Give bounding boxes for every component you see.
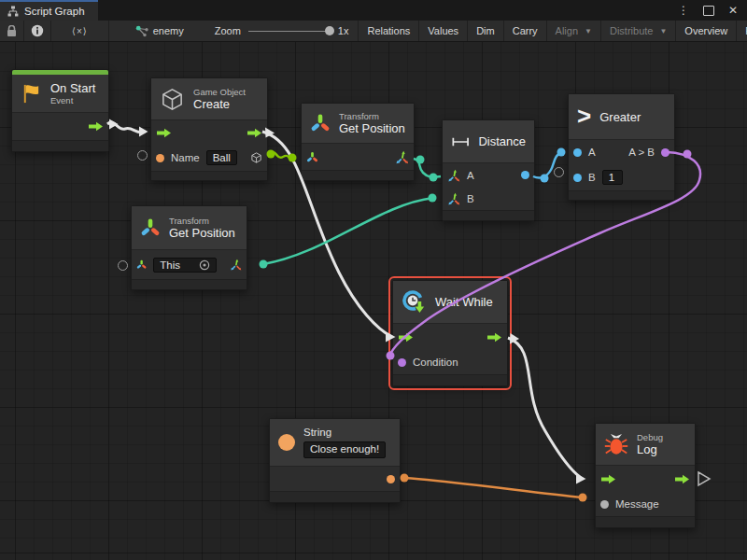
vector3-output-port[interactable] — [395, 150, 409, 164]
graph-toolbar: ⟨×⟩ enemy Zoom 1x Relations Values Dim C… — [0, 21, 747, 42]
window-menu-icon[interactable]: ⋮ — [678, 4, 689, 17]
zoom-control: Zoom 1x — [205, 21, 359, 41]
node-title: On Start — [50, 81, 95, 96]
distance-icon — [451, 134, 470, 149]
flow-output-port[interactable] — [486, 332, 502, 343]
edit-code-button[interactable]: ⟨×⟩ — [51, 21, 109, 41]
flow-output-port[interactable] — [247, 128, 262, 138]
align-dropdown[interactable]: Align▼ — [547, 21, 601, 41]
overview-button[interactable]: Overview — [676, 21, 737, 41]
node-title: Get Position — [169, 226, 235, 241]
transform-input-port[interactable] — [136, 259, 147, 271]
node-get-position-b[interactable]: Transform Get Position This — [131, 205, 247, 290]
flow-output-port[interactable] — [88, 121, 104, 132]
distance-output-port[interactable] — [521, 171, 529, 179]
node-debug-log[interactable]: Debug Log Message — [595, 423, 696, 528]
node-title: Log — [637, 442, 663, 457]
port-label: Name — [171, 152, 200, 163]
vector3-output-port[interactable] — [230, 258, 242, 272]
node-title: String — [303, 427, 386, 440]
b-value-field[interactable]: 1 — [602, 170, 623, 185]
zoom-label: Zoom — [215, 25, 241, 36]
name-input-port[interactable] — [156, 154, 164, 162]
node-wait-while[interactable]: Wait While Condition — [392, 280, 508, 386]
node-title: Greater — [599, 110, 641, 124]
distribute-dropdown[interactable]: Distribute▼ — [601, 21, 676, 41]
carry-button[interactable]: Carry — [504, 21, 547, 41]
vector3-input-port-a[interactable] — [447, 169, 460, 182]
chevron-down-icon: ▼ — [659, 27, 667, 35]
code-icon: ⟨×⟩ — [72, 26, 88, 36]
node-subtitle: Game Object — [193, 87, 246, 97]
game-object-output-port[interactable] — [250, 150, 262, 165]
transform-icon — [140, 217, 161, 238]
greater-icon: > — [577, 104, 591, 128]
tab-bar: Script Graph ⋮ ✕ — [0, 0, 747, 21]
port-label-a: A — [467, 170, 474, 181]
string-output-port[interactable] — [387, 475, 395, 483]
object-picker-icon[interactable] — [199, 259, 210, 271]
tab-script-graph[interactable]: Script Graph — [0, 0, 98, 21]
debug-bug-icon — [604, 433, 628, 456]
node-distance[interactable]: Distance A B — [442, 119, 535, 221]
tab-title: Script Graph — [24, 6, 85, 17]
flow-output-port[interactable] — [674, 474, 690, 484]
maximize-icon[interactable] — [703, 6, 714, 16]
string-value-field[interactable]: Close enough! — [303, 441, 386, 458]
port-label-b: B — [467, 193, 474, 204]
port-label: Condition — [413, 357, 458, 368]
node-title: Wait While — [435, 295, 493, 309]
values-button[interactable]: Values — [419, 21, 468, 41]
relations-button[interactable]: Relations — [358, 21, 419, 41]
zoom-slider-handle[interactable] — [325, 26, 334, 35]
graph-icon — [135, 25, 149, 37]
window-controls: ⋮ ✕ — [678, 0, 747, 21]
lock-button[interactable] — [0, 21, 24, 41]
string-icon — [278, 434, 295, 451]
graph-breadcrumb[interactable]: enemy — [109, 21, 192, 41]
condition-input-port[interactable] — [398, 358, 406, 367]
node-subtitle: Transform — [169, 216, 235, 226]
zoom-slider[interactable] — [248, 31, 331, 32]
graph-tab-icon — [7, 6, 19, 17]
result-output-port[interactable] — [661, 148, 669, 157]
chevron-down-icon: ▼ — [585, 27, 592, 35]
flow-input-port[interactable] — [600, 474, 616, 484]
port-label: Message — [615, 498, 659, 510]
flow-input-port[interactable] — [156, 128, 172, 138]
port-label-a: A — [588, 147, 596, 158]
name-value-field[interactable]: Ball — [206, 150, 237, 165]
target-field[interactable]: This — [153, 258, 217, 273]
unconnected-port-ring[interactable] — [554, 167, 564, 177]
input-port-b[interactable] — [573, 174, 582, 182]
transform-input-port[interactable] — [306, 151, 318, 163]
node-greater[interactable]: > Greater A A > B B 1 — [568, 93, 675, 201]
node-subtitle: Event — [50, 95, 95, 105]
fullscreen-button[interactable]: Full Screen — [737, 21, 747, 41]
close-icon[interactable]: ✕ — [728, 4, 738, 17]
port-label-b: B — [588, 172, 596, 183]
message-input-port[interactable] — [600, 500, 609, 509]
unconnected-port-ring[interactable] — [118, 260, 128, 271]
graph-name: enemy — [153, 25, 184, 36]
inspect-button[interactable] — [24, 21, 51, 41]
game-object-icon — [160, 87, 185, 112]
unconnected-port-ring[interactable] — [137, 150, 148, 161]
node-get-position-a[interactable]: Transform Get Position — [301, 103, 415, 181]
transform-icon — [310, 113, 331, 133]
node-string-literal[interactable]: String Close enough! — [269, 418, 401, 503]
lock-icon — [7, 25, 17, 37]
node-game-object-create[interactable]: Game Object Create Name Ball — [150, 77, 268, 181]
vector3-input-port-b[interactable] — [447, 192, 460, 205]
flag-icon — [21, 83, 42, 105]
node-title: Create — [193, 97, 246, 112]
input-port-a[interactable] — [573, 148, 582, 157]
node-on-start-event[interactable]: On Start Event — [11, 69, 109, 152]
zoom-value: 1x — [338, 25, 349, 36]
script-graph-window: Script Graph ⋮ ✕ ⟨×⟩ — [0, 0, 747, 560]
info-icon — [31, 24, 44, 37]
flow-input-port[interactable] — [398, 332, 414, 343]
output-label: A > B — [628, 147, 655, 158]
dim-button[interactable]: Dim — [468, 21, 504, 41]
node-subtitle: Debug — [637, 432, 663, 442]
